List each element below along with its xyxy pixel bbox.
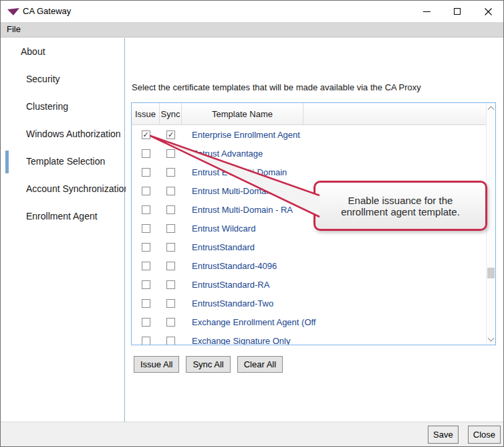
- column-header-empty: [303, 103, 486, 124]
- table-row[interactable]: ✓ ✓ EntrustStandard-RA: [132, 275, 486, 294]
- sync-checkbox[interactable]: ✓: [166, 168, 175, 177]
- close-window-button[interactable]: Close: [468, 426, 501, 444]
- template-name-label: EntrustStandard: [182, 242, 255, 252]
- sidebar-item-label: Template Selection: [26, 156, 105, 167]
- bottom-bar: Save Close: [1, 422, 503, 447]
- sync-checkbox[interactable]: ✓: [166, 299, 175, 308]
- sidebar-item-account-synchronization[interactable]: Account Synchronization: [1, 175, 124, 203]
- annotation-callout: Enable issuance for the enrollment agent…: [313, 181, 487, 231]
- clear-all-button[interactable]: Clear All: [237, 356, 283, 373]
- sync-checkbox[interactable]: ✓: [166, 280, 175, 289]
- table-row[interactable]: ✓ ✓ EntrustStandard: [132, 238, 486, 256]
- maximize-button[interactable]: [442, 1, 473, 22]
- table-row[interactable]: ✓ ✓ Entrust Advantage: [132, 144, 486, 163]
- sync-all-button[interactable]: Sync All: [186, 356, 230, 373]
- template-name-label: Entrust Advantage: [182, 149, 263, 159]
- vertical-scrollbar[interactable]: [486, 103, 495, 345]
- sync-checkbox[interactable]: ✓: [166, 224, 175, 233]
- minimize-icon: [423, 11, 430, 12]
- sync-checkbox[interactable]: ✓: [166, 149, 175, 158]
- sidebar-item-clustering[interactable]: Clustering: [1, 93, 124, 120]
- sidebar-item-about[interactable]: About: [1, 38, 124, 66]
- template-name-label: EntrustStandard-RA: [182, 280, 269, 290]
- table-actions: Issue All Sync All Clear All: [134, 356, 283, 373]
- issue-checkbox[interactable]: ✓: [142, 318, 150, 327]
- window-controls: [411, 1, 503, 22]
- table-row[interactable]: ✓ ✓ EntrustStandard-Two: [132, 294, 486, 312]
- template-name-label: Entrust Multi-Domain: [182, 186, 273, 196]
- table-row[interactable]: ✓ ✓ EntrustStandard-4096: [132, 256, 486, 275]
- window-title: CA Gateway: [23, 6, 71, 16]
- scroll-up-icon[interactable]: [488, 106, 495, 113]
- issue-checkbox[interactable]: ✓: [142, 262, 150, 270]
- table-row[interactable]: ✓ ✓ Exchange Signature Only: [132, 331, 486, 345]
- issue-all-button[interactable]: Issue All: [134, 356, 179, 373]
- table-header: Issue Sync Template Name: [132, 103, 486, 125]
- template-name-label: Exchange Signature Only: [182, 336, 290, 345]
- close-icon: [485, 8, 492, 15]
- sidebar-item-windows-authorization[interactable]: Windows Authorization: [1, 120, 124, 148]
- page-description: Select the certificate templates that wi…: [132, 82, 421, 92]
- sidebar-item-label: Enrollment Agent: [26, 211, 98, 221]
- sidebar-item-label: Windows Authorization: [26, 128, 121, 139]
- sidebar: About Security Clustering Windows Author…: [1, 38, 125, 422]
- column-header-template-name[interactable]: Template Name: [182, 103, 303, 124]
- sidebar-item-security[interactable]: Security: [1, 66, 124, 93]
- table-row[interactable]: ✓ ✓ Entrust EV Multi-Domain: [132, 163, 486, 181]
- issue-checkbox[interactable]: ✓: [142, 130, 150, 139]
- title-bar: CA Gateway: [1, 1, 503, 22]
- scroll-down-icon[interactable]: [488, 335, 495, 342]
- issue-checkbox[interactable]: ✓: [142, 299, 150, 308]
- sidebar-item-label: Clustering: [26, 101, 68, 112]
- table-row[interactable]: ✓ ✓ Enterprise Enrollment Agent: [132, 125, 486, 144]
- issue-checkbox[interactable]: ✓: [142, 337, 150, 345]
- check-icon: ✓: [142, 131, 148, 139]
- template-name-label: EntrustStandard-Two: [182, 298, 273, 308]
- sync-checkbox[interactable]: ✓: [166, 187, 175, 195]
- issue-checkbox[interactable]: ✓: [142, 149, 150, 158]
- issue-checkbox[interactable]: ✓: [142, 224, 150, 233]
- table-row[interactable]: ✓ ✓ Exchange Enrollment Agent (Off: [132, 312, 486, 331]
- sync-checkbox[interactable]: ✓: [166, 337, 175, 345]
- template-name-label: Exchange Enrollment Agent (Off: [182, 317, 316, 327]
- template-name-label: Entrust EV Multi-Domain: [182, 167, 287, 177]
- app-logo-icon: [7, 8, 19, 15]
- minimize-button[interactable]: [411, 1, 442, 22]
- sidebar-item-enrollment-agent[interactable]: Enrollment Agent: [1, 203, 124, 230]
- sidebar-item-label: About: [21, 46, 45, 57]
- save-button[interactable]: Save: [428, 426, 459, 444]
- app-window: CA Gateway File About Security Clusterin…: [0, 0, 504, 447]
- sync-checkbox[interactable]: ✓: [166, 205, 175, 214]
- maximize-icon: [454, 8, 461, 15]
- column-header-issue[interactable]: Issue: [132, 103, 160, 124]
- sync-checkbox[interactable]: ✓: [166, 262, 175, 270]
- sidebar-item-template-selection[interactable]: Template Selection: [1, 148, 124, 175]
- sidebar-item-label: Security: [26, 74, 60, 84]
- issue-checkbox[interactable]: ✓: [142, 168, 150, 177]
- sync-checkbox[interactable]: ✓: [166, 318, 175, 327]
- sidebar-item-label: Account Synchronization: [26, 183, 129, 194]
- template-name-label: EntrustStandard-4096: [182, 261, 277, 271]
- template-name-label: Entrust Wildcard: [182, 224, 255, 234]
- table-body: ✓ ✓ Enterprise Enrollment Agent ✓ ✓ Entr…: [132, 125, 486, 345]
- check-icon: ✓: [168, 131, 174, 139]
- menu-file[interactable]: File: [1, 22, 27, 36]
- issue-checkbox[interactable]: ✓: [142, 280, 150, 289]
- scrollbar-thumb[interactable]: [487, 268, 495, 278]
- annotation-text: Enable issuance for the enrollment agent…: [325, 195, 476, 217]
- sync-checkbox[interactable]: ✓: [166, 243, 175, 252]
- template-name-label: Entrust Multi-Domain - RA: [182, 205, 293, 215]
- main-panel: Select the certificate templates that wi…: [126, 38, 504, 422]
- template-name-label: Enterprise Enrollment Agent: [182, 130, 300, 140]
- close-button[interactable]: [473, 1, 503, 22]
- sync-checkbox[interactable]: ✓: [166, 130, 175, 139]
- issue-checkbox[interactable]: ✓: [142, 205, 150, 214]
- selected-indicator: [5, 151, 9, 173]
- issue-checkbox[interactable]: ✓: [142, 243, 150, 252]
- menu-bar: File: [1, 22, 503, 37]
- column-header-sync[interactable]: Sync: [160, 103, 182, 124]
- issue-checkbox[interactable]: ✓: [142, 187, 150, 195]
